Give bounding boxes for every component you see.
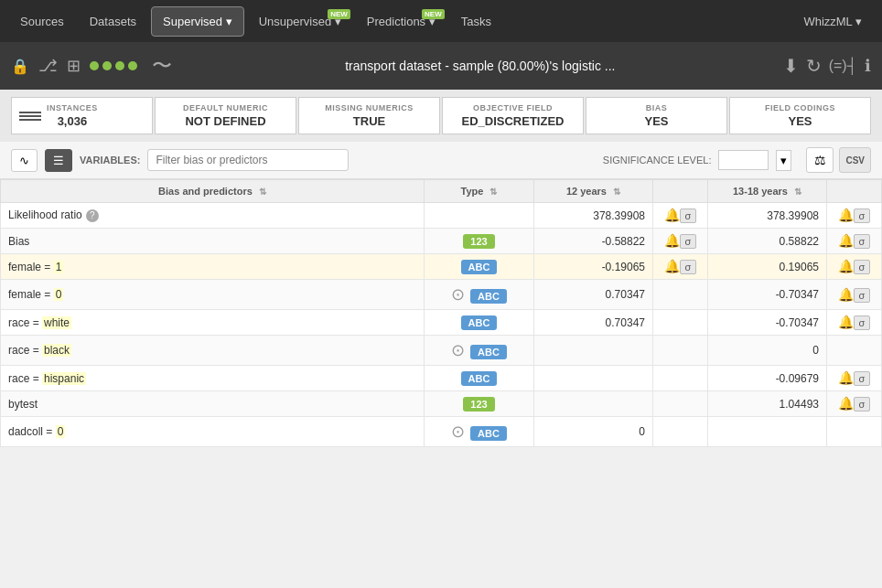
lock-icon[interactable]: 🔒 — [11, 58, 29, 75]
extra-icon: ⊙ — [451, 285, 465, 304]
sort-icon-12years: ⇅ — [613, 187, 620, 197]
sigma-button-2[interactable]: σ — [854, 234, 871, 249]
nav-item-datasets[interactable]: Datasets — [79, 7, 147, 36]
code-icon[interactable]: (=)┤ — [829, 58, 857, 74]
sigma-button-2[interactable]: σ — [854, 260, 871, 274]
info-icon[interactable]: ℹ — [865, 56, 871, 76]
nav-item-sources[interactable]: Sources — [9, 7, 75, 36]
cell-value-1 — [534, 391, 653, 417]
download-icon[interactable]: ⬇ — [783, 55, 799, 77]
bell-icon-2[interactable]: 🔔 — [838, 233, 854, 248]
col-header-13-18years[interactable]: 13-18 years ⇅ — [708, 180, 827, 203]
col-header-type[interactable]: Type ⇅ — [425, 180, 534, 203]
bell-icon-2[interactable]: 🔔 — [838, 370, 854, 385]
cell-icons-1 — [653, 336, 708, 366]
filter-input[interactable] — [147, 149, 349, 171]
help-icon[interactable]: ? — [86, 209, 99, 222]
cell-icons-1 — [653, 310, 708, 336]
balance-icon-button[interactable]: ⚖ — [806, 147, 834, 173]
nav-item-supervised[interactable]: Supervised ▾ — [151, 6, 244, 37]
extra-icon: ⊙ — [451, 341, 465, 359]
table-view-button[interactable]: ☰ — [45, 149, 72, 172]
col-header-icons2 — [827, 180, 882, 203]
sigma-button-2[interactable]: σ — [854, 208, 871, 223]
sigma-button-2[interactable]: σ — [854, 397, 871, 412]
cell-predictor-name: female = 0 — [1, 280, 425, 310]
top-navigation: Sources Datasets Supervised ▾ NEW Unsupe… — [0, 0, 882, 42]
cell-value-2 — [708, 417, 827, 447]
instances-lines-icon — [19, 112, 41, 121]
cell-value-1: 0.70347 — [534, 280, 653, 310]
nav-item-predictions[interactable]: NEW Predictions ▾ — [356, 7, 446, 36]
table-row: female = 1ABC-0.19065🔔σ0.19065🔔σ — [1, 254, 882, 280]
bell-icon-2[interactable]: 🔔 — [838, 315, 854, 329]
cell-icons-2 — [827, 417, 882, 447]
cell-type-badge: 123 — [425, 229, 534, 254]
cell-value-2: 0.19065 — [708, 254, 827, 280]
significance-input[interactable]: 0.1 — [718, 150, 769, 170]
bell-icon-2[interactable]: 🔔 — [838, 396, 854, 411]
sigma-button-1[interactable]: σ — [680, 260, 697, 274]
cell-icons-2: 🔔σ — [827, 310, 882, 336]
stat-default-numeric: DEFAULT NUMERIC NOT DEFINED — [155, 97, 296, 134]
col-header-name[interactable]: Bias and predictors ⇅ — [1, 180, 425, 203]
bell-icon-2[interactable]: 🔔 — [838, 287, 854, 302]
cell-icons-2: 🔔σ — [827, 254, 882, 280]
predictions-badge: NEW — [422, 9, 445, 19]
cell-value-1: -0.19065 — [534, 254, 653, 280]
cell-value-1: 0.70347 — [534, 310, 653, 336]
sigma-button-2[interactable]: σ — [854, 371, 871, 386]
user-menu[interactable]: WhizzML ▾ — [792, 7, 873, 36]
table-row: race = whiteABC0.70347-0.70347🔔σ — [1, 310, 882, 336]
predictors-data-table: Bias and predictors ⇅ Type ⇅ 12 years ⇅ … — [0, 179, 882, 447]
cell-value-2: 1.04493 — [708, 391, 827, 417]
grid-icon[interactable]: ⊞ — [67, 56, 81, 76]
nav-item-tasks[interactable]: Tasks — [450, 7, 502, 36]
csv-download-button[interactable]: CSV — [839, 147, 871, 173]
bell-icon-2[interactable]: 🔔 — [838, 259, 854, 273]
nav-item-unsupervised[interactable]: NEW Unsupervised ▾ — [248, 7, 352, 36]
filter-toolbar: ∿ ☰ VARIABLES: SIGNIFICANCE LEVEL: 0.1 ▾… — [0, 142, 882, 179]
sigma-button-1[interactable]: σ — [680, 234, 697, 249]
cell-predictor-name: Likelihood ratio? — [1, 203, 425, 229]
stat-missing-numerics: MISSING NUMERICS TRUE — [298, 97, 440, 134]
stat-bias: BIAS YES — [586, 97, 727, 134]
unsupervised-badge: NEW — [328, 9, 350, 19]
cell-value-2: -0.09679 — [708, 366, 827, 391]
chart-view-button[interactable]: ∿ — [11, 149, 38, 172]
sort-icon-name: ⇅ — [259, 187, 266, 197]
cell-icons-1 — [653, 366, 708, 391]
cell-value-2: -0.70347 — [708, 310, 827, 336]
cell-value-1: 0 — [534, 417, 653, 447]
model-title: transport dataset - sample (80.00%)'s lo… — [187, 59, 774, 73]
bell-icon-1[interactable]: 🔔 — [664, 259, 680, 273]
type-badge: ABC — [470, 426, 507, 441]
refresh-icon[interactable]: ↻ — [806, 55, 822, 77]
sigma-button-1[interactable]: σ — [680, 208, 697, 223]
tree-icon[interactable]: ⎇ — [38, 56, 58, 76]
col-header-12years[interactable]: 12 years ⇅ — [534, 180, 653, 203]
bell-icon-2[interactable]: 🔔 — [838, 208, 854, 222]
cell-icons-2: 🔔σ — [827, 391, 882, 417]
cell-type-badge: ⊙ABC — [425, 336, 534, 366]
bell-icon-1[interactable]: 🔔 — [664, 208, 680, 222]
type-badge: ABC — [470, 289, 507, 304]
cell-icons-2: 🔔σ — [827, 203, 882, 229]
cell-icons-1 — [653, 417, 708, 447]
bell-icon-1[interactable]: 🔔 — [664, 233, 680, 248]
cell-predictor-name: race = black — [1, 336, 425, 366]
cell-value-2: 378.39908 — [708, 203, 827, 229]
sigma-button-2[interactable]: σ — [854, 315, 871, 330]
cell-predictor-name: female = 1 — [1, 254, 425, 280]
extra-icon: ⊙ — [451, 422, 465, 441]
sigma-button-2[interactable]: σ — [854, 288, 871, 303]
model-actions: ⬇ ↻ (=)┤ ℹ — [783, 55, 871, 77]
cell-type-badge: 123 — [425, 391, 534, 417]
cell-icons-1 — [653, 391, 708, 417]
significance-dropdown[interactable]: ▾ — [776, 150, 791, 171]
cell-icons-2: 🔔σ — [827, 229, 882, 254]
cell-icons-2: 🔔σ — [827, 366, 882, 391]
stat-objective-field: OBJECTIVE FIELD ED_DISCRETIZED — [442, 97, 584, 134]
type-badge: ABC — [470, 345, 507, 359]
cell-value-1 — [534, 336, 653, 366]
